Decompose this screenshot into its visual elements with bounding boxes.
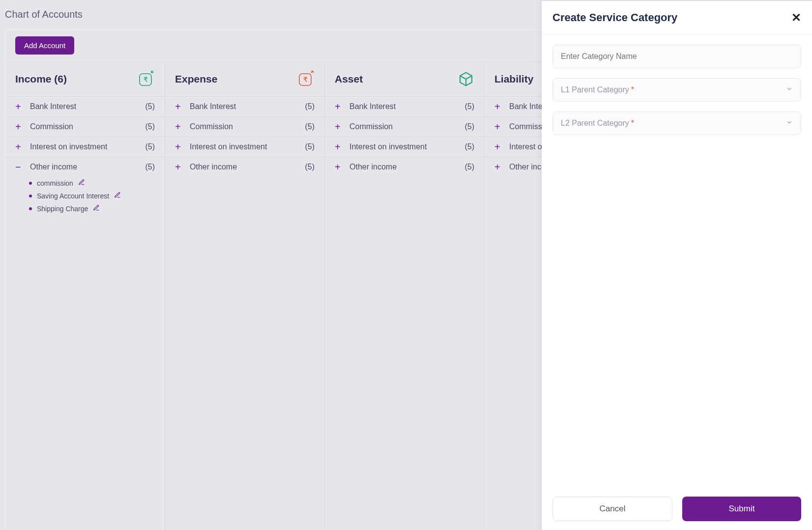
edit-icon[interactable] xyxy=(93,204,100,213)
expand-icon[interactable]: + xyxy=(175,142,183,152)
account-label: Bank Interest xyxy=(30,102,145,111)
drawer-body: L1 Parent Category* L2 Parent Category* xyxy=(542,35,812,488)
collapse-icon[interactable]: − xyxy=(15,162,23,172)
account-label: Other income xyxy=(349,163,464,171)
column-title: Income (6) xyxy=(15,73,67,85)
create-category-drawer: Create Service Category ✕ L1 Parent Cate… xyxy=(542,0,812,530)
account-row[interactable]: + Commission (5) xyxy=(325,116,484,137)
expand-icon[interactable]: + xyxy=(15,142,23,152)
expand-icon[interactable]: + xyxy=(494,102,502,112)
column-expense: Expense ₹+ Bank Interest (5)+ Commission… xyxy=(165,61,325,530)
expand-icon[interactable]: + xyxy=(335,122,343,132)
sub-account-label: Saving Account Interest xyxy=(37,192,109,200)
svg-text:₹: ₹ xyxy=(144,76,148,84)
account-label: Bank Interest xyxy=(190,102,305,111)
account-row[interactable]: + Interest on investment (5) xyxy=(5,137,165,157)
expand-icon[interactable]: + xyxy=(175,122,183,132)
account-row[interactable]: + Other income (5) xyxy=(325,157,484,177)
edit-icon[interactable] xyxy=(78,179,85,188)
account-count: (5) xyxy=(145,102,155,111)
expand-icon[interactable]: + xyxy=(175,162,183,172)
column-asset: Asset + Bank Interest (5)+ Commission (5… xyxy=(325,61,485,530)
account-label: Interest on investment xyxy=(190,142,305,151)
account-label: Other income xyxy=(30,163,145,171)
edit-icon[interactable] xyxy=(114,192,121,200)
sub-account-item[interactable]: Saving Account Interest xyxy=(29,190,165,202)
account-row[interactable]: + Interest on investment (5) xyxy=(165,137,324,157)
bullet-icon xyxy=(29,195,32,197)
account-count: (5) xyxy=(305,163,315,171)
account-row[interactable]: + Interest on investment (5) xyxy=(325,137,484,157)
drawer-header: Create Service Category ✕ xyxy=(542,1,812,35)
account-count: (5) xyxy=(464,122,474,131)
account-label: Bank Interest xyxy=(349,102,464,111)
bullet-icon xyxy=(29,207,32,210)
l2-parent-label: L2 Parent Category* xyxy=(561,119,786,128)
rupee-in-icon: ₹ xyxy=(138,71,155,87)
svg-text:₹: ₹ xyxy=(303,76,308,84)
cancel-button[interactable]: Cancel xyxy=(552,497,672,521)
drawer-footer: Cancel Submit xyxy=(542,488,812,530)
sub-account-label: commission xyxy=(37,179,73,187)
expand-icon[interactable]: + xyxy=(15,102,23,112)
account-count: (5) xyxy=(305,102,315,111)
account-row[interactable]: + Bank Interest (5) xyxy=(165,96,324,116)
account-count: (5) xyxy=(305,122,315,131)
account-count: (5) xyxy=(145,142,155,151)
column-title: Expense xyxy=(175,73,217,85)
account-label: Commission xyxy=(30,122,145,131)
l2-parent-select[interactable]: L2 Parent Category* xyxy=(552,112,801,135)
account-row[interactable]: − Other income (5) xyxy=(5,157,165,177)
account-row[interactable]: + Commission (5) xyxy=(5,116,165,137)
expand-icon[interactable]: + xyxy=(15,122,23,132)
category-name-field[interactable] xyxy=(552,45,801,68)
expand-icon[interactable]: + xyxy=(494,162,502,172)
chevron-down-icon xyxy=(786,119,793,128)
column-title: Liability xyxy=(494,73,533,85)
account-row[interactable]: + Bank Interest (5) xyxy=(5,96,165,116)
account-label: Interest on investment xyxy=(30,142,145,151)
account-label: Other income xyxy=(190,163,305,171)
account-label: Commission xyxy=(190,122,305,131)
expand-icon[interactable]: + xyxy=(494,122,502,132)
column-header: Asset xyxy=(325,62,484,96)
column-title: Asset xyxy=(335,73,363,85)
sub-account-item[interactable]: commission xyxy=(29,177,165,190)
account-row[interactable]: + Other income (5) xyxy=(165,157,324,177)
submit-button[interactable]: Submit xyxy=(682,497,801,521)
column-income: Income (6) ₹+ Bank Interest (5)+ Commiss… xyxy=(5,61,165,530)
category-name-input[interactable] xyxy=(561,52,793,61)
sub-account-item[interactable]: Shipping Charge xyxy=(29,202,165,215)
expand-icon[interactable]: + xyxy=(335,142,343,152)
account-count: (5) xyxy=(464,142,474,151)
account-label: Interest on investment xyxy=(349,142,464,151)
l1-parent-select[interactable]: L1 Parent Category* xyxy=(552,78,801,102)
rupee-out-icon: ₹ xyxy=(298,71,315,87)
expand-icon[interactable]: + xyxy=(335,162,343,172)
drawer-title: Create Service Category xyxy=(552,11,677,24)
account-count: (5) xyxy=(305,142,315,151)
cube-icon xyxy=(458,71,474,87)
expand-icon[interactable]: + xyxy=(175,102,183,112)
account-row[interactable]: + Bank Interest (5) xyxy=(325,96,484,116)
chevron-down-icon xyxy=(786,85,793,94)
sub-account-label: Shipping Charge xyxy=(37,205,88,213)
add-account-button[interactable]: Add Account xyxy=(15,36,74,55)
expand-icon[interactable]: + xyxy=(335,102,343,112)
account-label: Commission xyxy=(349,122,464,131)
column-header: Expense ₹ xyxy=(165,62,324,96)
account-sublist: commission Saving Account Interest Shipp… xyxy=(5,177,165,219)
bullet-icon xyxy=(29,182,32,185)
expand-icon[interactable]: + xyxy=(494,142,502,152)
account-count: (5) xyxy=(464,163,474,171)
account-count: (5) xyxy=(145,163,155,171)
account-row[interactable]: + Commission (5) xyxy=(165,116,324,137)
l1-parent-label: L1 Parent Category* xyxy=(561,85,786,94)
column-header: Income (6) ₹ xyxy=(5,62,165,96)
account-count: (5) xyxy=(464,102,474,111)
account-count: (5) xyxy=(145,122,155,131)
close-icon[interactable]: ✕ xyxy=(791,11,801,25)
